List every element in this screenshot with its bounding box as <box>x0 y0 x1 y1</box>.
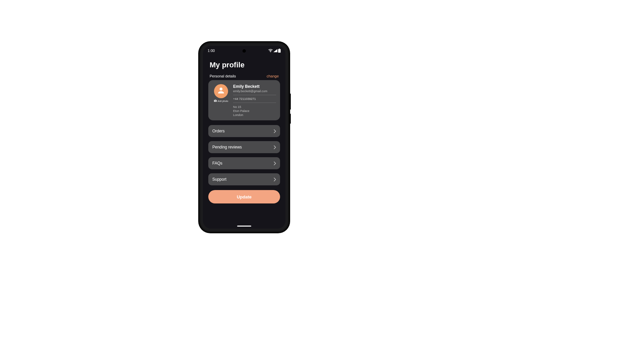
profile-email: emily.beckett@gmail.com <box>233 89 276 93</box>
side-button-volume <box>290 94 291 110</box>
phone-frame: 1:00 My profile Personal details change <box>200 43 288 231</box>
screen: 1:00 My profile Personal details change <box>203 46 285 229</box>
divider <box>233 95 276 95</box>
person-icon <box>217 86 225 96</box>
wifi-icon <box>268 49 273 52</box>
add-photo-button[interactable]: Add photo <box>214 100 228 102</box>
avatar[interactable] <box>214 84 228 98</box>
front-camera <box>243 49 246 53</box>
addr-line-2: Eton Palace <box>233 109 276 113</box>
side-button-power <box>290 114 291 124</box>
chevron-right-icon <box>274 145 276 149</box>
add-photo-label: Add photo <box>218 100 228 102</box>
profile-address: No 15 Eton Palace London <box>233 105 276 117</box>
profile-card: Add photo Emily Beckett emily.beckett@gm… <box>208 80 280 120</box>
status-time: 1:00 <box>208 49 215 53</box>
menu-label: Pending reviews <box>212 145 242 149</box>
divider <box>233 103 276 103</box>
menu-item-pending-reviews[interactable]: Pending reviews <box>208 141 280 153</box>
battery-icon <box>278 49 281 53</box>
addr-line-1: No 15 <box>233 105 276 109</box>
section-header: Personal details change <box>203 73 285 80</box>
change-link[interactable]: change <box>267 74 279 78</box>
avatar-column: Add photo <box>212 84 230 117</box>
nav-handle[interactable] <box>237 226 251 227</box>
page-title: My profile <box>203 55 285 73</box>
section-label: Personal details <box>210 74 236 78</box>
chevron-right-icon <box>274 178 276 181</box>
menu-label: FAQs <box>212 161 222 166</box>
chevron-right-icon <box>274 162 276 165</box>
update-label: Update <box>237 194 252 199</box>
status-icons <box>268 49 281 53</box>
menu-item-orders[interactable]: Orders <box>208 125 280 137</box>
profile-phone: +44 7211039271 <box>233 97 276 101</box>
menu-label: Support <box>212 177 226 182</box>
addr-line-3: London <box>233 113 276 117</box>
signal-icon <box>273 49 277 52</box>
chevron-right-icon <box>274 129 276 133</box>
menu-label: Orders <box>212 129 225 133</box>
update-button[interactable]: Update <box>208 190 280 203</box>
profile-info: Emily Beckett emily.beckett@gmail.com +4… <box>233 84 276 117</box>
menu-item-faqs[interactable]: FAQs <box>208 157 280 169</box>
profile-name: Emily Beckett <box>233 84 276 89</box>
menu-list: Orders Pending reviews FAQs Support <box>203 120 285 185</box>
menu-item-support[interactable]: Support <box>208 173 280 185</box>
camera-icon <box>214 100 217 102</box>
